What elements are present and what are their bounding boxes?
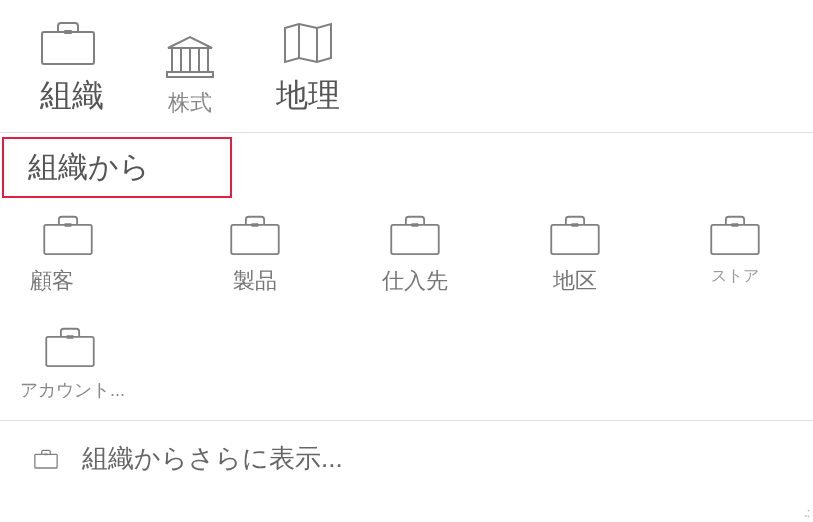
show-more-label: 組織からさらに表示... xyxy=(82,441,343,476)
item-label: 顧客 xyxy=(30,266,74,296)
section-header-label: 組織から xyxy=(28,150,150,183)
item-account[interactable]: アカウント... xyxy=(44,326,125,402)
map-icon xyxy=(281,20,335,66)
category-organization[interactable]: 組織 xyxy=(40,20,104,118)
item-district[interactable]: 地区 xyxy=(500,214,650,296)
item-product[interactable]: 製品 xyxy=(180,214,330,296)
section-header-organization-from: 組織から xyxy=(2,137,232,198)
category-label: 株式 xyxy=(168,88,212,118)
svg-rect-1 xyxy=(64,30,72,34)
category-label: 地理 xyxy=(276,74,340,118)
svg-rect-18 xyxy=(711,225,758,254)
svg-rect-13 xyxy=(251,223,258,227)
svg-rect-21 xyxy=(66,335,73,339)
svg-rect-14 xyxy=(391,225,438,254)
resize-grip-icon[interactable]: .: xyxy=(804,506,809,520)
item-label: 製品 xyxy=(233,266,277,296)
category-geography[interactable]: 地理 xyxy=(276,20,340,118)
briefcase-icon xyxy=(709,214,761,256)
svg-rect-15 xyxy=(411,223,418,227)
svg-rect-11 xyxy=(64,223,71,227)
briefcase-icon xyxy=(34,449,58,469)
svg-rect-0 xyxy=(42,32,94,64)
svg-rect-16 xyxy=(551,225,598,254)
category-stock[interactable]: 株式 xyxy=(164,34,216,118)
item-label: 地区 xyxy=(553,266,597,296)
svg-rect-22 xyxy=(35,454,57,468)
item-store[interactable]: ストア xyxy=(660,214,810,296)
briefcase-icon xyxy=(389,214,441,256)
show-more-organization[interactable]: 組織からさらに表示... xyxy=(0,421,813,476)
svg-rect-10 xyxy=(44,225,91,254)
item-customer[interactable]: 顧客 xyxy=(20,214,170,296)
briefcase-icon xyxy=(44,326,96,368)
item-label: ストア xyxy=(711,266,759,287)
briefcase-icon xyxy=(40,20,96,66)
svg-rect-7 xyxy=(167,72,213,77)
svg-rect-12 xyxy=(231,225,278,254)
briefcase-icon xyxy=(229,214,281,256)
svg-rect-19 xyxy=(731,223,738,227)
item-label: アカウント... xyxy=(20,378,125,402)
briefcase-icon xyxy=(42,214,94,256)
category-label: 組織 xyxy=(40,74,104,118)
svg-rect-17 xyxy=(571,223,578,227)
briefcase-icon xyxy=(549,214,601,256)
svg-rect-20 xyxy=(46,337,93,366)
bank-icon xyxy=(164,34,216,80)
svg-rect-23 xyxy=(44,453,47,455)
divider xyxy=(0,132,813,133)
item-supplier[interactable]: 仕入先 xyxy=(340,214,490,296)
item-label: 仕入先 xyxy=(382,266,448,296)
